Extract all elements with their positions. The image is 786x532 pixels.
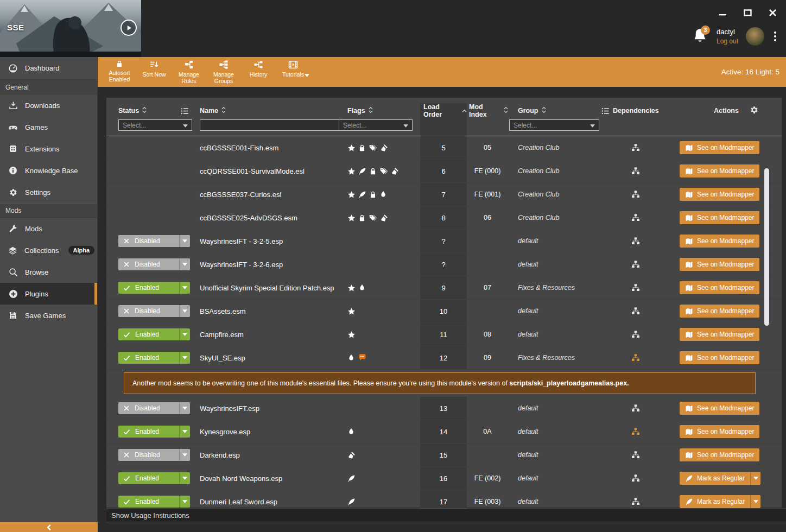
table-scrollbar[interactable]: [764, 168, 769, 326]
see-on-modmapper-button[interactable]: See on Modmapper: [680, 258, 759, 271]
plugin-row[interactable]: Enabled Kynesgrove.esp 14 0A default See…: [106, 420, 782, 444]
status-group-list-icon[interactable]: [181, 107, 189, 115]
maximize-button[interactable]: [741, 7, 753, 18]
status-dropdown-caret[interactable]: [179, 235, 190, 247]
toolbar-manage-rules-button[interactable]: Manage Rules: [172, 59, 206, 85]
status-dropdown-caret[interactable]: [179, 426, 190, 438]
status-filter-select[interactable]: Select...: [118, 119, 192, 131]
see-on-modmapper-button[interactable]: See on Modmapper: [680, 448, 759, 461]
status-toggle-button[interactable]: Disabled: [118, 305, 190, 317]
plugin-row[interactable]: Disabled WayshrinesIFT - 3-2-5.esp ? def…: [106, 230, 782, 253]
column-header-load-order[interactable]: Load Order: [420, 103, 467, 118]
dependencies-group-list-icon[interactable]: [601, 107, 610, 115]
sidebar-item-collections[interactable]: Collections Alpha: [0, 239, 97, 261]
sidebar-item-dashboard[interactable]: Dashboard: [0, 57, 97, 80]
see-on-modmapper-button[interactable]: See on Modmapper: [680, 141, 759, 154]
see-on-modmapper-button[interactable]: See on Modmapper: [680, 188, 759, 201]
sidebar-item-games[interactable]: Games: [0, 116, 97, 138]
see-on-modmapper-button[interactable]: See on Modmapper: [680, 402, 759, 415]
dependencies-icon[interactable]: [631, 330, 640, 339]
status-toggle-button[interactable]: Enabled: [118, 496, 190, 508]
dependencies-icon[interactable]: [631, 474, 640, 483]
plugin-row[interactable]: Enabled Campfire.esm 11 08 default See o…: [106, 323, 782, 346]
play-game-button[interactable]: [121, 20, 137, 36]
sidebar-item-settings[interactable]: Settings: [0, 181, 97, 203]
dependencies-icon[interactable]: [631, 213, 640, 222]
dependencies-icon[interactable]: [631, 307, 640, 315]
logout-link[interactable]: Log out: [717, 37, 738, 46]
column-header-name[interactable]: Name: [193, 104, 339, 117]
group-filter-select[interactable]: Select...: [509, 119, 599, 131]
sidebar-item-mods[interactable]: Mods: [0, 218, 97, 239]
status-toggle-button[interactable]: Enabled: [118, 352, 190, 364]
status-toggle-button[interactable]: Enabled: [118, 328, 190, 340]
column-header-status[interactable]: Status: [106, 104, 193, 117]
column-header-flags[interactable]: Flags: [339, 104, 420, 117]
toolbar-tutorials-button[interactable]: Tutorials: [276, 59, 310, 79]
plugin-row[interactable]: Enabled Dovah Nord Weapons.esp 16 FE (00…: [106, 467, 782, 490]
status-toggle-button[interactable]: Enabled: [118, 426, 190, 438]
toolbar-sort-now-button[interactable]: Sort Now: [137, 59, 172, 79]
sidebar-item-save-games[interactable]: Save Games: [0, 305, 97, 326]
usage-instructions-bar[interactable]: Show Usage Instructions: [106, 509, 786, 522]
sidebar-item-browse[interactable]: Browse: [0, 261, 97, 283]
status-dropdown-caret[interactable]: [179, 352, 190, 364]
status-toggle-button[interactable]: Disabled: [118, 235, 190, 247]
status-dropdown-caret[interactable]: [179, 258, 190, 270]
status-toggle-button[interactable]: Enabled: [118, 282, 190, 294]
see-on-modmapper-button[interactable]: See on Modmapper: [680, 305, 759, 318]
status-toggle-button[interactable]: Disabled: [118, 449, 190, 461]
notifications-button[interactable]: 3: [693, 28, 709, 45]
status-toggle-button[interactable]: Disabled: [118, 402, 190, 414]
name-filter-input[interactable]: [200, 119, 340, 131]
status-toggle-button[interactable]: Disabled: [118, 258, 190, 270]
status-dropdown-caret[interactable]: [179, 449, 190, 461]
mark-as-regular-button[interactable]: Mark as Regular: [680, 495, 760, 508]
status-dropdown-caret[interactable]: [179, 402, 190, 414]
dependencies-icon[interactable]: [631, 451, 640, 459]
dependencies-icon[interactable]: [631, 167, 640, 175]
see-on-modmapper-button[interactable]: See on Modmapper: [680, 328, 759, 341]
dependencies-icon[interactable]: [631, 260, 640, 269]
plugin-row[interactable]: Disabled BSAssets.esm 10 default See on …: [106, 300, 782, 323]
sidebar-item-knowledge-base[interactable]: Knowledge Base: [0, 160, 97, 181]
column-settings-gear-icon[interactable]: [750, 105, 759, 115]
plugin-row[interactable]: Disabled WayshrinesIFT.esp 13 default Se…: [106, 397, 782, 420]
see-on-modmapper-button[interactable]: See on Modmapper: [680, 351, 759, 364]
dependencies-icon[interactable]: [631, 497, 640, 506]
column-header-mod-index[interactable]: Mod Index: [467, 104, 508, 117]
toolbar-autosort-enabled-button[interactable]: Autosort Enabled: [102, 59, 137, 84]
dependencies-icon[interactable]: [631, 427, 640, 436]
see-on-modmapper-button[interactable]: See on Modmapper: [680, 164, 759, 178]
sidebar-item-extensions[interactable]: Extensions: [0, 138, 97, 160]
sidebar-item-plugins[interactable]: Plugins: [0, 283, 97, 305]
sidebar-item-downloads[interactable]: Downloads: [0, 94, 97, 116]
toolbar-history-button[interactable]: History: [241, 59, 276, 79]
status-dropdown-caret[interactable]: [179, 305, 190, 317]
close-button[interactable]: [766, 7, 778, 18]
plugin-row[interactable]: Enabled SkyUI_SE.esp 12 09 Fixes & Resou…: [106, 346, 782, 370]
action-dropdown-caret[interactable]: [750, 472, 760, 485]
mark-as-regular-button[interactable]: Mark as Regular: [680, 472, 760, 485]
toolbar-manage-groups-button[interactable]: Manage Groups: [206, 59, 241, 85]
overflow-menu-button[interactable]: [772, 29, 778, 43]
plugin-row[interactable]: Disabled WayshrinesIFT - 3-2-6.esp ? def…: [106, 253, 782, 276]
dependencies-icon[interactable]: [631, 237, 640, 245]
dependencies-icon[interactable]: [631, 283, 640, 292]
column-header-group[interactable]: Group: [508, 104, 600, 117]
action-dropdown-caret[interactable]: [750, 495, 760, 508]
status-dropdown-caret[interactable]: [179, 282, 190, 294]
plugin-row[interactable]: ccBGSSSE001-Fish.esm 5 05 Creation Club …: [106, 136, 782, 160]
user-avatar[interactable]: [746, 27, 764, 46]
see-on-modmapper-button[interactable]: See on Modmapper: [680, 211, 759, 224]
dependencies-icon[interactable]: [631, 190, 640, 199]
dependencies-icon[interactable]: [631, 404, 640, 413]
dependencies-icon[interactable]: [631, 353, 640, 362]
plugin-row[interactable]: ccBGSSSE025-AdvDSGS.esm 8 06 Creation Cl…: [106, 206, 782, 230]
plugin-row[interactable]: Enabled Unofficial Skyrim Special Editio…: [106, 276, 782, 300]
see-on-modmapper-button[interactable]: See on Modmapper: [680, 425, 759, 438]
dependencies-icon[interactable]: [631, 143, 640, 152]
status-toggle-button[interactable]: Enabled: [118, 472, 190, 484]
sidebar-collapse-button[interactable]: [0, 522, 98, 532]
minimize-button[interactable]: [717, 7, 728, 18]
